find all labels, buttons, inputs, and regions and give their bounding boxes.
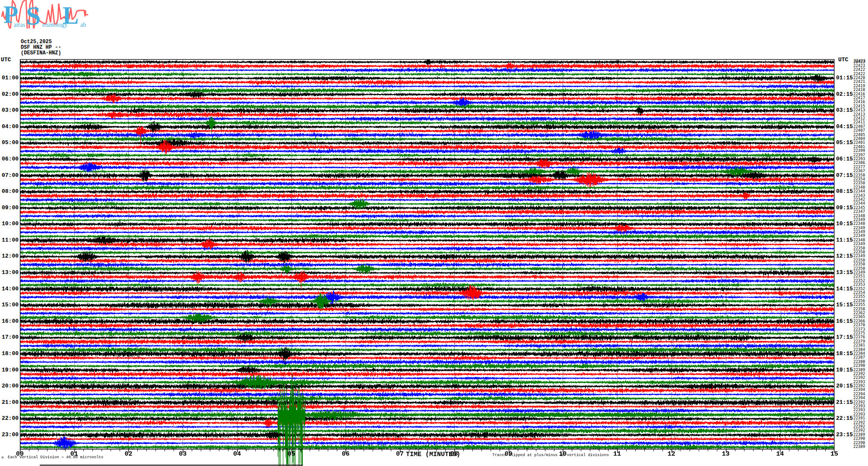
hour-label-right: 21:15	[836, 399, 853, 406]
trace-offset-number: 22350	[853, 181, 865, 185]
hour-label-right: 19:15	[836, 367, 853, 373]
hour-label-right: 04:15	[836, 123, 853, 130]
hour-label-right: 12:15	[836, 253, 853, 259]
hour-label-left: 20:00	[0, 383, 19, 389]
logo-word-eismology: eismology	[42, 22, 67, 28]
trace-offset-number: 22376	[853, 335, 865, 339]
psl-logo: P S L atras eismology ab	[1, 0, 90, 28]
hour-label-right: 15:15	[836, 302, 853, 308]
hour-label-right: 02:15	[836, 91, 853, 98]
logo-word-ab: ab	[80, 22, 86, 28]
hour-label-right: 18:15	[836, 350, 853, 357]
hour-label-left: 08:00	[0, 188, 19, 195]
hour-label-left: 13:00	[0, 269, 19, 276]
hour-label-left: 14:00	[0, 286, 19, 292]
hour-label-left: 16:00	[0, 318, 19, 324]
trace-offset-number: 22418	[853, 88, 865, 92]
trace-offset-number: 22390	[853, 437, 865, 441]
hour-label-right: 08:15	[836, 188, 853, 195]
trace-offset-number: 22370	[853, 323, 865, 327]
trace-offset-number: 22349	[853, 242, 865, 246]
trace-offset-number: 22344	[853, 202, 865, 205]
hour-label-left: 23:00	[0, 431, 19, 438]
minute-label: 11	[608, 450, 626, 458]
hour-label-right: 23:15	[836, 431, 853, 438]
trace-offset-number: 22392	[853, 376, 865, 380]
hour-label-right: 14:15	[836, 286, 853, 292]
trace-offset-number: 22355	[853, 303, 865, 307]
station-name-label: (DESFINA-HNZ)	[21, 50, 61, 56]
helicorder-traces	[20, 59, 835, 466]
hour-label-right: 17:15	[836, 334, 853, 340]
trace-offset-number: 22387	[853, 356, 865, 359]
hour-label-left: 18:00	[0, 350, 19, 357]
scale-note: Each Vertical Division = 40.00 microvolt…	[8, 455, 103, 460]
footer-mark-icon: M	[2, 456, 3, 460]
hour-label-left: 21:00	[0, 399, 19, 406]
trace-offset-number: 22353	[853, 283, 865, 287]
hour-label-left: 06:00	[0, 156, 19, 162]
clip-note: Traces clipped at plus/minus 25 vertical…	[492, 453, 609, 457]
hour-label-left: 04:00	[0, 123, 19, 130]
hour-label-right: 10:15	[836, 220, 853, 227]
hour-label-left: 07:00	[0, 172, 19, 179]
minute-label: 12	[663, 450, 680, 458]
trace-offset-number: 22390	[853, 364, 865, 368]
hour-label-right: 03:15	[836, 107, 853, 113]
hour-label-left: 05:00	[0, 139, 19, 146]
hour-label-right: 11:15	[836, 237, 853, 243]
trace-offset-number: 22407	[853, 129, 865, 132]
hour-label-left: 11:00	[0, 237, 19, 243]
hour-label-right: 05:15	[836, 139, 853, 146]
hour-label-left: 10:00	[0, 220, 19, 227]
hour-label-right: 13:15	[836, 269, 853, 276]
bottom-edge-streak	[40, 465, 302, 466]
minute-label: 06	[337, 450, 354, 458]
hour-label-left: 19:00	[0, 367, 19, 373]
hour-label-right: 01:15	[836, 75, 853, 81]
trace-offset-number: 22344	[853, 189, 865, 193]
logo-word-atras: atras	[14, 22, 25, 28]
minute-label: 13	[717, 450, 735, 458]
x-axis-title: TIME (MINUTES)	[379, 451, 487, 458]
minute-label: 03	[174, 450, 191, 458]
logo-letter-s: S	[26, 1, 41, 28]
hour-label-right: 06:15	[836, 156, 853, 162]
hour-label-left: 03:00	[0, 107, 19, 113]
hour-label-left: 02:00	[0, 91, 19, 98]
trace-offset-number: 22422	[853, 68, 865, 72]
utc-label-left: UTC	[1, 57, 11, 63]
trace-offset-number: 22347	[853, 210, 865, 214]
hour-label-right: 22:15	[836, 415, 853, 422]
hour-label-left: 17:00	[0, 334, 19, 340]
hour-label-right: 16:15	[836, 318, 853, 324]
hour-label-left: 12:00	[0, 253, 19, 259]
trace-offset-number: 22381	[853, 343, 865, 347]
trace-offset-number: 22367	[853, 169, 865, 173]
minute-label: 05	[283, 450, 300, 458]
trace-offset-number: 22350	[853, 262, 865, 266]
minute-label: 04	[228, 450, 246, 458]
hour-label-left: 22:00	[0, 415, 19, 422]
trace-offset-number: 22389	[853, 445, 865, 449]
hour-label-left: 09:00	[0, 205, 19, 211]
trace-offset-number: 22399	[853, 149, 865, 153]
hour-label-right: 09:15	[836, 205, 853, 211]
hour-label-left: 01:00	[0, 75, 19, 81]
hour-label-right: 07:15	[836, 172, 853, 179]
helicorder-page: P S L atras eismology ab Oct25,2025 DSF …	[0, 0, 868, 466]
minute-label: 15	[826, 450, 843, 458]
trace-offset-number: 22391	[853, 416, 865, 420]
trace-offset-number: 22413	[853, 108, 865, 112]
utc-label-right: UTC	[838, 57, 848, 63]
trace-offset-number: 22394	[853, 396, 865, 400]
minute-label: 14	[771, 450, 789, 458]
minute-label: 02	[120, 450, 137, 458]
trace-offset-number: 22348	[853, 222, 865, 226]
trace-offset-number-overlap: 22423	[854, 59, 865, 63]
hour-label-left: 15:00	[0, 302, 19, 308]
hour-label-right: 20:15	[836, 383, 853, 389]
